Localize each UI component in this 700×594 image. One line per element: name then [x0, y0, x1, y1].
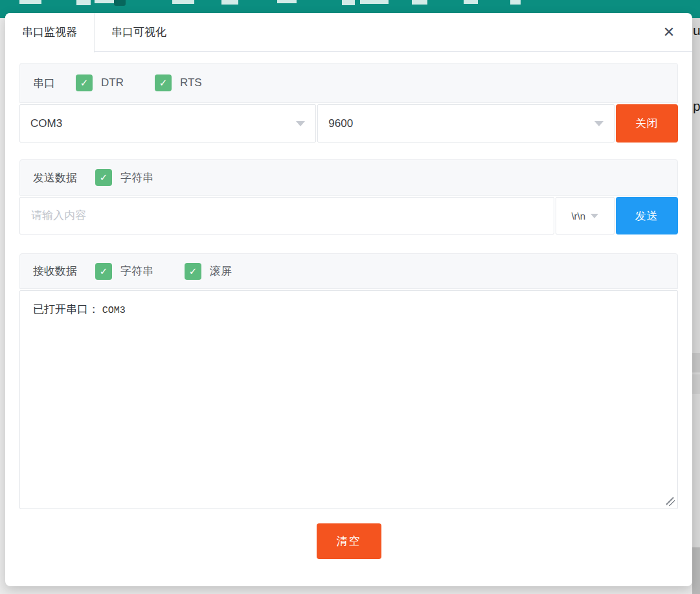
chevron-down-icon: [296, 121, 305, 126]
background-block: [692, 353, 700, 372]
baud-select-value: 9600: [328, 117, 353, 130]
send-string-checkbox[interactable]: ✓: [95, 169, 112, 186]
screen: u p 串口监视器 串口可视化 ✕ 串口 ✓ DTR ✓ RTS COM3: [0, 0, 700, 594]
serial-monitor-dialog: 串口监视器 串口可视化 ✕ 串口 ✓ DTR ✓ RTS COM3: [5, 13, 692, 586]
log-message: 已打开串口：: [33, 303, 102, 315]
dialog-tabs: 串口监视器 串口可视化: [5, 13, 692, 52]
tab-serial-monitor[interactable]: 串口监视器: [5, 13, 95, 52]
toolbar-fragment: [360, 0, 389, 4]
toolbar-fragment: [342, 0, 355, 5]
send-section-title: 发送数据: [33, 170, 77, 185]
toolbar-fragment: [277, 0, 297, 3]
close-port-button[interactable]: 关闭: [616, 104, 678, 143]
serial-port-row: COM3 9600 关闭: [19, 104, 678, 143]
receive-section-header: 接收数据 ✓ 字符串 ✓ 滚屏: [19, 253, 678, 289]
resize-handle-icon[interactable]: [666, 497, 675, 506]
send-section-header: 发送数据 ✓ 字符串: [19, 159, 678, 196]
line-ending-value: \r\n: [571, 211, 585, 222]
dialog-content: 串口 ✓ DTR ✓ RTS COM3 9600 关闭: [5, 63, 692, 559]
serial-section-header: 串口 ✓ DTR ✓ RTS: [19, 63, 678, 103]
rts-checkbox[interactable]: ✓: [155, 74, 172, 91]
toolbar-fragment: [95, 0, 114, 3]
receive-section-title: 接收数据: [33, 264, 77, 279]
autoscroll-checkbox[interactable]: ✓: [185, 263, 201, 280]
baud-select[interactable]: 9600: [317, 104, 614, 143]
toolbar-fragment: [76, 0, 91, 5]
port-select-value: COM3: [30, 117, 62, 130]
receive-string-label: 字符串: [120, 264, 153, 279]
port-select[interactable]: COM3: [19, 104, 316, 143]
background-text-fragment: p: [693, 99, 700, 113]
tab-serial-visualizer[interactable]: 串口可视化: [95, 13, 183, 52]
toolbar-fragment: [412, 0, 427, 5]
toolbar-fragment: [114, 0, 126, 6]
receive-row: 已打开串口： COM3: [19, 290, 678, 509]
line-ending-select[interactable]: \r\n: [556, 197, 615, 234]
toolbar-fragment: [221, 0, 238, 5]
close-icon[interactable]: ✕: [660, 23, 678, 41]
send-string-label: 字符串: [120, 170, 153, 185]
dtr-checkbox[interactable]: ✓: [76, 74, 93, 91]
receive-log-textarea[interactable]: 已打开串口： COM3: [19, 290, 678, 509]
serial-section-title: 串口: [33, 76, 55, 91]
background-text-fragment: u: [693, 23, 700, 37]
rts-label: RTS: [180, 76, 202, 89]
autoscroll-label: 滚屏: [210, 264, 232, 279]
toolbar-fragment: [464, 0, 478, 4]
send-row: \r\n 发送: [19, 197, 678, 234]
send-input[interactable]: [19, 197, 554, 234]
toolbar-fragment: [19, 0, 41, 4]
chevron-down-icon: [591, 214, 598, 218]
toolbar-fragment: [510, 0, 521, 5]
receive-string-checkbox[interactable]: ✓: [95, 263, 112, 280]
dtr-label: DTR: [101, 76, 124, 89]
toolbar-fragment: [172, 0, 194, 4]
chevron-down-icon: [594, 121, 604, 126]
background-block: [692, 547, 700, 594]
send-button[interactable]: 发送: [616, 197, 678, 234]
background-block: [692, 374, 700, 394]
log-port-value: COM3: [102, 305, 126, 316]
clear-button[interactable]: 清空: [317, 523, 381, 559]
